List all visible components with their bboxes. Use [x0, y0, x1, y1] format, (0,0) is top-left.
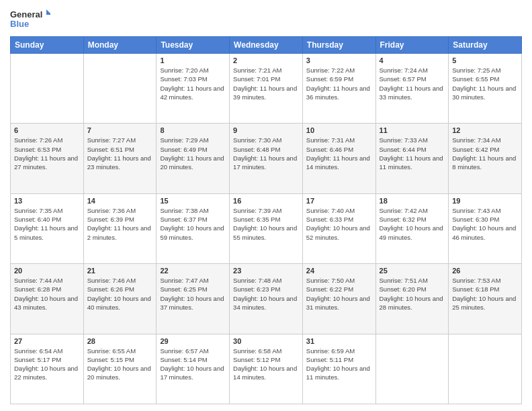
day-number: 20	[14, 267, 80, 275]
calendar-cell: 27Sunrise: 6:54 AMSunset: 5:17 PMDayligh…	[11, 334, 84, 404]
day-info: Sunrise: 7:51 AMSunset: 6:20 PMDaylight:…	[380, 276, 445, 312]
day-info: Sunrise: 6:57 AMSunset: 5:14 PMDaylight:…	[160, 347, 226, 382]
day-number: 7	[87, 126, 153, 134]
day-info: Sunrise: 7:44 AMSunset: 6:28 PMDaylight:…	[14, 276, 80, 312]
page: General Blue SundayMondayTuesdayWednesda…	[0, 0, 532, 411]
day-number: 14	[87, 197, 153, 205]
calendar-cell: 9Sunrise: 7:30 AMSunset: 6:48 PMDaylight…	[230, 124, 303, 193]
week-row-2: 6Sunrise: 7:26 AMSunset: 6:53 PMDaylight…	[11, 124, 522, 193]
day-info: Sunrise: 7:20 AMSunset: 7:03 PMDaylight:…	[160, 66, 226, 101]
day-number: 28	[87, 337, 153, 345]
calendar-cell: 19Sunrise: 7:43 AMSunset: 6:30 PMDayligh…	[449, 193, 522, 263]
day-number: 6	[14, 126, 80, 134]
calendar-cell: 1Sunrise: 7:20 AMSunset: 7:03 PMDaylight…	[157, 54, 230, 124]
svg-marker-2	[46, 9, 50, 15]
calendar-cell	[449, 334, 522, 404]
calendar-cell: 28Sunrise: 6:55 AMSunset: 5:15 PMDayligh…	[83, 334, 157, 404]
day-number: 17	[306, 197, 372, 205]
day-number: 29	[160, 337, 226, 345]
day-number: 18	[380, 197, 445, 205]
weekday-header-monday: Monday	[83, 37, 157, 54]
day-info: Sunrise: 7:53 AMSunset: 6:18 PMDaylight:…	[452, 276, 518, 312]
day-info: Sunrise: 7:34 AMSunset: 6:42 PMDaylight:…	[452, 136, 518, 171]
calendar-cell: 23Sunrise: 7:48 AMSunset: 6:23 PMDayligh…	[230, 264, 303, 334]
calendar-cell: 26Sunrise: 7:53 AMSunset: 6:18 PMDayligh…	[449, 264, 522, 334]
calendar-cell: 22Sunrise: 7:47 AMSunset: 6:25 PMDayligh…	[157, 264, 230, 334]
calendar-cell: 25Sunrise: 7:51 AMSunset: 6:20 PMDayligh…	[375, 264, 449, 334]
calendar-cell: 13Sunrise: 7:35 AMSunset: 6:40 PMDayligh…	[11, 193, 84, 263]
day-info: Sunrise: 6:55 AMSunset: 5:15 PMDaylight:…	[87, 347, 153, 382]
day-number: 3	[306, 56, 372, 64]
day-number: 24	[306, 267, 372, 275]
day-info: Sunrise: 7:31 AMSunset: 6:46 PMDaylight:…	[306, 136, 372, 171]
calendar-cell: 21Sunrise: 7:46 AMSunset: 6:26 PMDayligh…	[83, 264, 157, 334]
week-row-1: 1Sunrise: 7:20 AMSunset: 7:03 PMDaylight…	[11, 54, 522, 124]
calendar-cell: 30Sunrise: 6:58 AMSunset: 5:12 PMDayligh…	[230, 334, 303, 404]
day-info: Sunrise: 7:26 AMSunset: 6:53 PMDaylight:…	[14, 136, 80, 171]
calendar-cell: 11Sunrise: 7:33 AMSunset: 6:44 PMDayligh…	[375, 124, 449, 193]
day-number: 13	[14, 197, 80, 205]
day-number: 25	[380, 267, 445, 275]
calendar-cell: 24Sunrise: 7:50 AMSunset: 6:22 PMDayligh…	[302, 264, 375, 334]
day-info: Sunrise: 7:22 AMSunset: 6:59 PMDaylight:…	[306, 66, 372, 101]
calendar-cell: 17Sunrise: 7:40 AMSunset: 6:33 PMDayligh…	[302, 193, 375, 263]
calendar-cell: 15Sunrise: 7:38 AMSunset: 6:37 PMDayligh…	[157, 193, 230, 263]
calendar-cell: 3Sunrise: 7:22 AMSunset: 6:59 PMDaylight…	[302, 54, 375, 124]
calendar-table: SundayMondayTuesdayWednesdayThursdayFrid…	[10, 36, 522, 404]
calendar-cell	[83, 54, 157, 124]
logo: General Blue	[10, 7, 50, 31]
calendar-cell: 6Sunrise: 7:26 AMSunset: 6:53 PMDaylight…	[11, 124, 84, 193]
calendar-cell: 4Sunrise: 7:24 AMSunset: 6:57 PMDaylight…	[375, 54, 449, 124]
day-number: 31	[306, 337, 372, 345]
day-info: Sunrise: 7:43 AMSunset: 6:30 PMDaylight:…	[452, 206, 518, 242]
day-number: 10	[306, 126, 372, 134]
day-number: 4	[380, 56, 445, 64]
day-info: Sunrise: 7:24 AMSunset: 6:57 PMDaylight:…	[380, 66, 445, 101]
calendar-cell: 18Sunrise: 7:42 AMSunset: 6:32 PMDayligh…	[375, 193, 449, 263]
day-number: 9	[233, 126, 299, 134]
day-info: Sunrise: 6:54 AMSunset: 5:17 PMDaylight:…	[14, 347, 80, 382]
day-info: Sunrise: 7:30 AMSunset: 6:48 PMDaylight:…	[233, 136, 299, 171]
calendar-cell: 31Sunrise: 6:59 AMSunset: 5:11 PMDayligh…	[302, 334, 375, 404]
calendar-cell: 12Sunrise: 7:34 AMSunset: 6:42 PMDayligh…	[449, 124, 522, 193]
calendar-cell: 10Sunrise: 7:31 AMSunset: 6:46 PMDayligh…	[302, 124, 375, 193]
weekday-header-thursday: Thursday	[302, 37, 375, 54]
day-number: 2	[233, 56, 299, 64]
day-info: Sunrise: 7:27 AMSunset: 6:51 PMDaylight:…	[87, 136, 153, 171]
day-info: Sunrise: 7:25 AMSunset: 6:55 PMDaylight:…	[452, 66, 518, 101]
weekday-header-tuesday: Tuesday	[157, 37, 230, 54]
day-info: Sunrise: 6:58 AMSunset: 5:12 PMDaylight:…	[233, 347, 299, 382]
day-info: Sunrise: 7:33 AMSunset: 6:44 PMDaylight:…	[380, 136, 445, 171]
weekday-header-wednesday: Wednesday	[230, 37, 303, 54]
calendar-cell: 29Sunrise: 6:57 AMSunset: 5:14 PMDayligh…	[157, 334, 230, 404]
day-info: Sunrise: 7:42 AMSunset: 6:32 PMDaylight:…	[380, 206, 445, 242]
day-number: 27	[14, 337, 80, 345]
weekday-header-row: SundayMondayTuesdayWednesdayThursdayFrid…	[11, 37, 522, 54]
day-number: 11	[380, 126, 445, 134]
calendar-cell: 16Sunrise: 7:39 AMSunset: 6:35 PMDayligh…	[230, 193, 303, 263]
day-info: Sunrise: 7:48 AMSunset: 6:23 PMDaylight:…	[233, 276, 299, 312]
day-info: Sunrise: 6:59 AMSunset: 5:11 PMDaylight:…	[306, 347, 372, 382]
svg-text:Blue: Blue	[10, 19, 29, 29]
week-row-5: 27Sunrise: 6:54 AMSunset: 5:17 PMDayligh…	[11, 334, 522, 404]
calendar-cell: 20Sunrise: 7:44 AMSunset: 6:28 PMDayligh…	[11, 264, 84, 334]
weekday-header-friday: Friday	[375, 37, 449, 54]
calendar-cell	[11, 54, 84, 124]
day-info: Sunrise: 7:21 AMSunset: 7:01 PMDaylight:…	[233, 66, 299, 101]
day-number: 30	[233, 337, 299, 345]
day-info: Sunrise: 7:36 AMSunset: 6:39 PMDaylight:…	[87, 206, 153, 242]
day-number: 22	[160, 267, 226, 275]
day-info: Sunrise: 7:35 AMSunset: 6:40 PMDaylight:…	[14, 206, 80, 242]
day-number: 1	[160, 56, 226, 64]
day-number: 26	[452, 267, 518, 275]
logo-svg: General Blue	[10, 7, 50, 31]
day-info: Sunrise: 7:39 AMSunset: 6:35 PMDaylight:…	[233, 206, 299, 242]
day-info: Sunrise: 7:29 AMSunset: 6:49 PMDaylight:…	[160, 136, 226, 171]
calendar-cell: 5Sunrise: 7:25 AMSunset: 6:55 PMDaylight…	[449, 54, 522, 124]
calendar-cell: 2Sunrise: 7:21 AMSunset: 7:01 PMDaylight…	[230, 54, 303, 124]
svg-text:General: General	[10, 9, 42, 19]
calendar-cell	[375, 334, 449, 404]
day-number: 23	[233, 267, 299, 275]
day-number: 8	[160, 126, 226, 134]
weekday-header-saturday: Saturday	[449, 37, 522, 54]
